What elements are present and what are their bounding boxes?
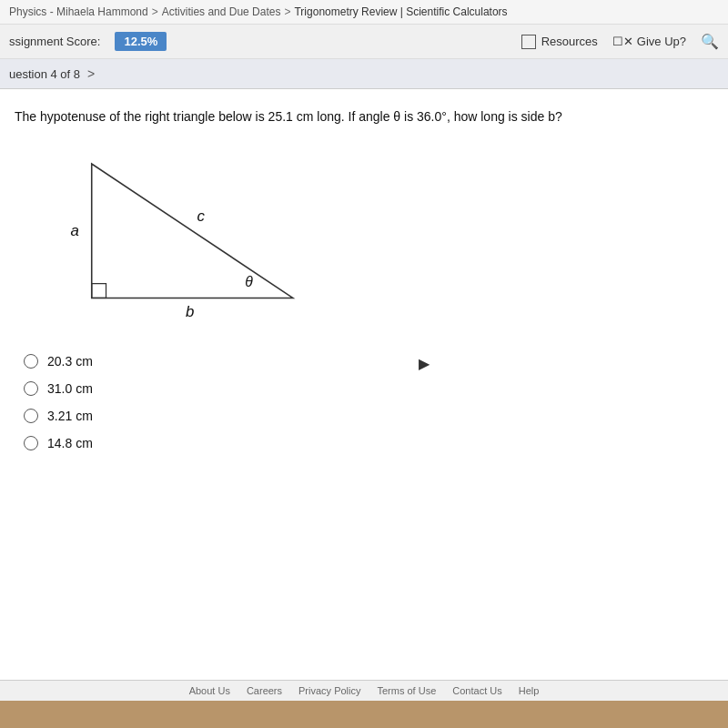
- footer-contact[interactable]: Contact Us: [452, 685, 501, 696]
- footer-careers[interactable]: Careers: [247, 685, 282, 696]
- question-nav-label: uestion 4 of 8: [9, 67, 80, 81]
- content-area: The hypotenuse of the right triangle bel…: [0, 89, 728, 599]
- choice-d[interactable]: 14.8 cm: [24, 436, 713, 450]
- choice-c-text: 3.21 cm: [47, 409, 93, 423]
- answer-choices: 20.3 cm 31.0 cm 3.21 cm 14.8 cm: [15, 354, 713, 450]
- score-badge: 12.5%: [115, 32, 167, 51]
- svg-rect-1: [92, 284, 106, 298]
- radio-d[interactable]: [24, 436, 38, 450]
- breadcrumb-sep2: >: [284, 5, 290, 18]
- chevron-right-icon[interactable]: >: [87, 66, 95, 81]
- triangle-diagram: a b c θ: [42, 145, 333, 327]
- give-up-label: Give Up?: [637, 35, 686, 48]
- table-surface: [0, 701, 728, 728]
- svg-text:b: b: [186, 303, 194, 320]
- footer: About Us Careers Privacy Policy Terms of…: [0, 680, 728, 701]
- give-up-button[interactable]: ☐✕ Give Up?: [612, 35, 686, 48]
- footer-privacy[interactable]: Privacy Policy: [298, 685, 360, 696]
- breadcrumb-part1[interactable]: Physics - Mihaela Hammond: [9, 5, 148, 18]
- question-text: The hypotenuse of the right triangle bel…: [15, 107, 713, 126]
- choice-b-text: 31.0 cm: [47, 381, 93, 396]
- radio-c[interactable]: [24, 409, 38, 423]
- breadcrumb-sep1: >: [152, 5, 158, 18]
- question-nav-bar: uestion 4 of 8 >: [0, 59, 728, 89]
- choice-a[interactable]: 20.3 cm: [24, 354, 713, 369]
- radio-b[interactable]: [24, 381, 38, 396]
- svg-marker-0: [92, 164, 293, 298]
- choice-a-text: 20.3 cm: [47, 354, 93, 369]
- breadcrumb-part3: Trigonometry Review | Scientific Calcula…: [294, 5, 507, 18]
- svg-text:c: c: [197, 207, 206, 225]
- radio-a[interactable]: [24, 354, 38, 369]
- breadcrumb: Physics - Mihaela Hammond > Activities a…: [0, 0, 728, 25]
- footer-about[interactable]: About Us: [189, 685, 230, 696]
- choice-b[interactable]: 31.0 cm: [24, 381, 713, 396]
- choice-c[interactable]: 3.21 cm: [24, 409, 713, 423]
- svg-text:θ: θ: [245, 274, 253, 289]
- resources-label: Resources: [541, 35, 598, 48]
- top-bar: ssignment Score: 12.5% Resources ☐✕ Give…: [0, 25, 728, 59]
- svg-text:a: a: [71, 222, 79, 239]
- choice-d-text: 14.8 cm: [47, 436, 93, 450]
- give-up-icon: ☐✕: [612, 35, 633, 48]
- assignment-score-label: ssignment Score:: [9, 35, 100, 48]
- footer-terms[interactable]: Terms of Use: [378, 685, 437, 696]
- breadcrumb-part2[interactable]: Activities and Due Dates: [162, 5, 281, 18]
- footer-help[interactable]: Help: [519, 685, 540, 696]
- search-icon[interactable]: 🔍: [701, 33, 719, 50]
- resources-button[interactable]: Resources: [521, 35, 598, 49]
- resources-icon: [521, 35, 536, 49]
